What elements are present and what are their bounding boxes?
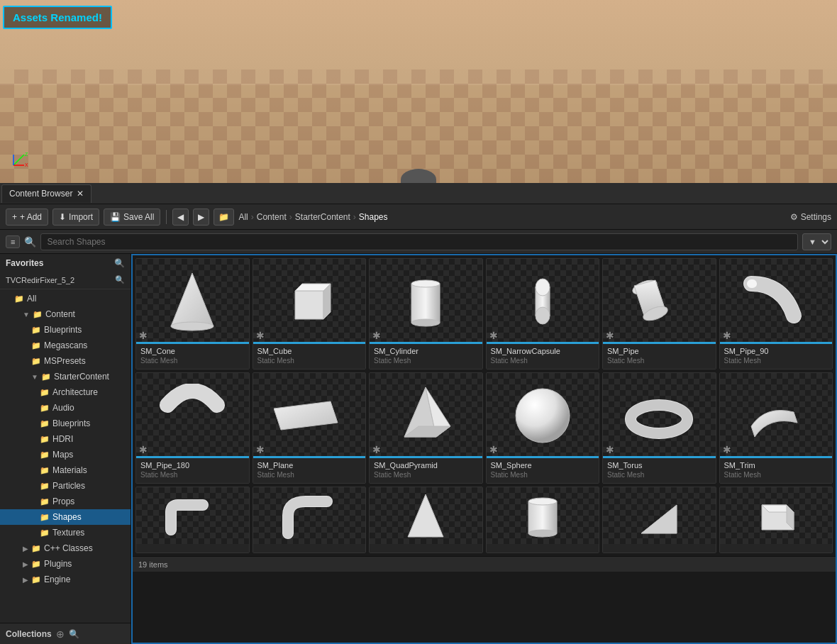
asset-card-sm-narrowcapsule[interactable]: ✱ SM_NarrowCapsule Static Mesh — [486, 258, 600, 370]
asset-star-pipe90: ✱ — [723, 330, 731, 341]
viewport-floor — [0, 70, 837, 183]
asset-info-plane: SM_Plane Static Mesh — [253, 458, 366, 483]
sidebar-item-content[interactable]: ▼ 📁 Content — [0, 306, 131, 322]
asset-bottom-bar-sphere — [487, 456, 599, 458]
asset-info-pipe180: SM_Pipe_180 Static Mesh — [136, 458, 249, 483]
sidebar-item-blueprints2[interactable]: 📁 Blueprints — [0, 416, 131, 431]
svg-point-12 — [411, 319, 440, 326]
asset-card-row3-2[interactable] — [253, 487, 367, 553]
save-all-button[interactable]: 💾 Save All — [104, 209, 160, 226]
sidebar-engine-label: Engine — [44, 574, 70, 584]
asset-card-row3-3[interactable] — [369, 487, 483, 553]
folder-materials-icon: 📁 — [40, 466, 50, 475]
sidebar-item-cpp[interactable]: ▶ 📁 C++ Classes — [0, 540, 131, 556]
tab-label: Content Browser — [9, 189, 72, 199]
filter-button[interactable]: ≡ — [6, 235, 20, 248]
search-favorites-icon[interactable]: 🔍 — [114, 258, 125, 268]
asset-card-sm-quadpyramid[interactable]: ✱ SM_QuadPyramid Static Mesh — [369, 372, 483, 484]
asset-card-sm-cylinder[interactable]: ✱ SM_Cylinder Static Mesh — [369, 258, 483, 370]
asset-card-sm-plane[interactable]: ✱ SM_Plane Static Mesh — [253, 372, 367, 484]
asset-type-trim: Static Mesh — [724, 471, 828, 479]
folder-icon: 📁 — [14, 294, 24, 304]
asset-thumb-sm-cone: ✱ — [136, 259, 249, 344]
asset-card-sm-cone[interactable]: ✱ SM_Cone Static Mesh — [135, 258, 250, 370]
svg-marker-19 — [274, 401, 338, 430]
asset-card-row3-5[interactable] — [602, 487, 716, 553]
sidebar-item-startercontent[interactable]: ▼ 📁 StarterContent — [0, 369, 131, 384]
asset-card-sm-pipe[interactable]: ✱ SM_Pipe Static Mesh — [602, 258, 716, 370]
asset-card-sm-pipe180[interactable]: ✱ SM_Pipe_180 Static Mesh — [135, 372, 250, 484]
asset-info-cube: SM_Cube Static Mesh — [253, 344, 366, 369]
import-icon: ⬇ — [59, 212, 66, 222]
asset-card-sm-torus[interactable]: ✱ SM_Torus Static Mesh — [602, 372, 716, 484]
tvc-fixer-item[interactable]: TVCRedirFixer_5_2 🔍 — [0, 272, 131, 287]
expand-icon: ▼ — [23, 311, 30, 318]
breadcrumb-shapes[interactable]: Shapes — [359, 212, 388, 222]
sidebar-item-maps[interactable]: 📁 Maps — [0, 447, 131, 462]
asset-card-sm-sphere[interactable]: ✱ SM_Sphere Static Mesh — [486, 372, 600, 484]
sidebar-content-label: Content — [45, 309, 75, 319]
asset-card-sm-pipe90[interactable]: ✱ SM_Pipe_90 Static Mesh — [719, 258, 833, 370]
nav-folder-button[interactable]: 📁 — [214, 209, 234, 226]
import-button[interactable]: ⬇ Import — [52, 209, 99, 226]
nav-forward-button[interactable]: ▶ — [193, 209, 209, 226]
search-dropdown[interactable]: ▼ — [802, 233, 831, 250]
asset-name-trim: SM_Trim — [724, 461, 828, 470]
asset-type-pipe: Static Mesh — [607, 357, 711, 365]
sidebar-item-props[interactable]: 📁 Props — [0, 494, 131, 509]
status-bar: 19 items — [133, 556, 836, 572]
asset-card-row3-1[interactable] — [135, 487, 250, 553]
sidebar-divider — [0, 289, 131, 289]
sidebar-item-all[interactable]: 📁 All — [0, 291, 131, 306]
asset-star-pyramid: ✱ — [372, 444, 381, 455]
asset-type-cylinder: Static Mesh — [374, 357, 478, 365]
breadcrumb-starter-content[interactable]: StarterContent — [295, 212, 350, 222]
sidebar-item-architecture[interactable]: 📁 Architecture — [0, 384, 131, 400]
nav-back-button[interactable]: ◀ — [172, 209, 189, 226]
asset-thumb-sm-pipe90: ✱ — [720, 259, 833, 344]
sidebar-item-hdri[interactable]: 📁 HDRI — [0, 431, 131, 447]
search-input[interactable] — [40, 233, 798, 250]
add-collection-icon[interactable]: ⊕ — [56, 628, 65, 640]
asset-card-row3-4[interactable] — [486, 487, 600, 553]
sidebar-plugins-label: Plugins — [44, 559, 72, 569]
sidebar-item-engine[interactable]: ▶ 📁 Engine — [0, 572, 131, 587]
tab-bar: Content Browser ✕ — [0, 183, 837, 204]
sidebar-sc-label: StarterContent — [54, 372, 109, 382]
asset-type-plane: Static Mesh — [257, 471, 362, 479]
asset-info-row3-4 — [487, 544, 599, 553]
add-button[interactable]: + + Add — [6, 209, 48, 226]
asset-name-capsule: SM_NarrowCapsule — [491, 347, 595, 355]
folder-mspresets-icon: 📁 — [31, 357, 41, 366]
asset-card-sm-cube[interactable]: ✱ SM_Cube Static Mesh — [253, 258, 367, 370]
sidebar-item-blueprints[interactable]: 📁 Blueprints — [0, 322, 131, 338]
breadcrumb-all[interactable]: All — [238, 212, 248, 222]
breadcrumb-sep-2: › — [289, 212, 292, 222]
folder-content-icon: 📁 — [33, 310, 43, 319]
assets-renamed-badge: Assets Renamed! — [3, 6, 112, 29]
breadcrumb-content[interactable]: Content — [257, 212, 287, 222]
tab-content-browser[interactable]: Content Browser ✕ — [1, 184, 92, 203]
settings-button[interactable]: ⚙ Settings — [790, 212, 831, 222]
sidebar-item-audio[interactable]: 📁 Audio — [0, 400, 131, 416]
sidebar-item-particles[interactable]: 📁 Particles — [0, 478, 131, 494]
sidebar-item-materials[interactable]: 📁 Materials — [0, 462, 131, 478]
sidebar-item-plugins[interactable]: ▶ 📁 Plugins — [0, 556, 131, 572]
import-label: Import — [69, 212, 93, 222]
asset-card-row3-6[interactable] — [719, 487, 833, 553]
sidebar-item-textures[interactable]: 📁 Textures — [0, 525, 131, 540]
sidebar-item-megascans[interactable]: 📁 Megascans — [0, 338, 131, 353]
tab-close-icon[interactable]: ✕ — [77, 189, 84, 199]
sidebar-item-mspresets[interactable]: 📁 MSPresets — [0, 353, 131, 369]
asset-star-plane: ✱ — [256, 444, 265, 455]
sidebar-props-label: Props — [52, 496, 74, 506]
sidebar-item-shapes[interactable]: 📁 Shapes — [0, 509, 131, 525]
folder-engine-icon: 📁 — [31, 575, 41, 584]
search-tvc-icon[interactable]: 🔍 — [115, 275, 125, 284]
asset-card-sm-trim[interactable]: ✱ SM_Trim Static Mesh — [719, 372, 833, 484]
search-collections-icon[interactable]: 🔍 — [69, 629, 79, 639]
folder-arch-icon: 📁 — [40, 388, 50, 397]
asset-grid-container[interactable]: ✱ SM_Cone Static Mesh — [131, 254, 837, 644]
add-icon: + — [12, 212, 17, 222]
asset-star-cone: ✱ — [139, 330, 148, 341]
